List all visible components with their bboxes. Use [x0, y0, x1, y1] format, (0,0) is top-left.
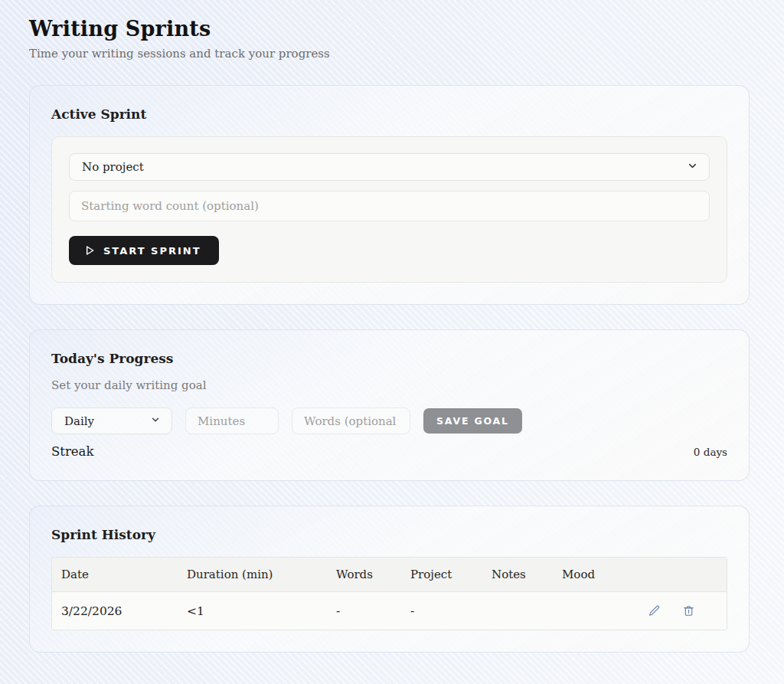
chevron-down-icon — [150, 414, 161, 428]
sprint-history-card: Sprint History Date Duration (min) Words… — [29, 506, 750, 653]
sprint-form-panel: No project START SPRINT — [51, 136, 727, 283]
save-goal-button[interactable]: SAVE GOAL — [423, 408, 522, 434]
col-header-notes: Notes — [482, 568, 553, 581]
chevron-down-icon — [687, 160, 698, 175]
col-header-mood: Mood — [553, 568, 622, 581]
delete-row-button[interactable] — [681, 603, 697, 619]
project-select[interactable]: No project — [69, 153, 710, 181]
todays-progress-heading: Today's Progress — [51, 351, 727, 366]
streak-value: 0 days — [694, 446, 727, 458]
goal-row: Daily SAVE GOAL — [51, 407, 727, 434]
goal-minutes-input[interactable] — [185, 407, 279, 434]
col-header-duration: Duration (min) — [178, 568, 327, 581]
goal-words-input[interactable] — [292, 407, 410, 434]
active-sprint-heading: Active Sprint — [51, 106, 727, 122]
col-header-date: Date — [52, 568, 178, 581]
start-sprint-button[interactable]: START SPRINT — [69, 236, 219, 265]
cell-date: 3/22/2026 — [52, 604, 178, 618]
cell-actions — [622, 603, 727, 619]
page-subtitle: Time your writing sessions and track you… — [29, 47, 750, 61]
cell-words: - — [327, 604, 401, 618]
goal-frequency-select[interactable]: Daily — [51, 407, 172, 434]
todays-progress-card: Today's Progress Set your daily writing … — [29, 329, 750, 481]
start-sprint-label: START SPRINT — [103, 245, 201, 257]
cell-duration: <1 — [178, 604, 327, 618]
goal-frequency-value: Daily — [64, 414, 94, 428]
streak-label: Streak — [51, 444, 93, 459]
goal-subtitle: Set your daily writing goal — [51, 378, 727, 392]
page-title: Writing Sprints — [29, 17, 750, 41]
starting-word-count-input[interactable] — [69, 191, 710, 221]
streak-row: Streak 0 days — [51, 444, 727, 459]
trash-icon — [682, 604, 695, 617]
play-icon — [83, 244, 96, 257]
cell-project: - — [401, 604, 482, 618]
active-sprint-card: Active Sprint No project START SPRINT — [29, 85, 750, 305]
table-header-row: Date Duration (min) Words Project Notes … — [52, 558, 727, 592]
table-row: 3/22/2026 <1 - - — [52, 592, 727, 630]
project-select-value: No project — [82, 160, 144, 174]
save-goal-label: SAVE GOAL — [436, 415, 509, 427]
sprint-history-table: Date Duration (min) Words Project Notes … — [51, 557, 727, 630]
pencil-icon — [648, 604, 661, 617]
sprint-history-heading: Sprint History — [51, 527, 727, 542]
col-header-words: Words — [327, 568, 401, 581]
col-header-project: Project — [401, 568, 482, 581]
edit-row-button[interactable] — [646, 603, 662, 619]
page-container: Writing Sprints Time your writing sessio… — [29, 0, 750, 653]
